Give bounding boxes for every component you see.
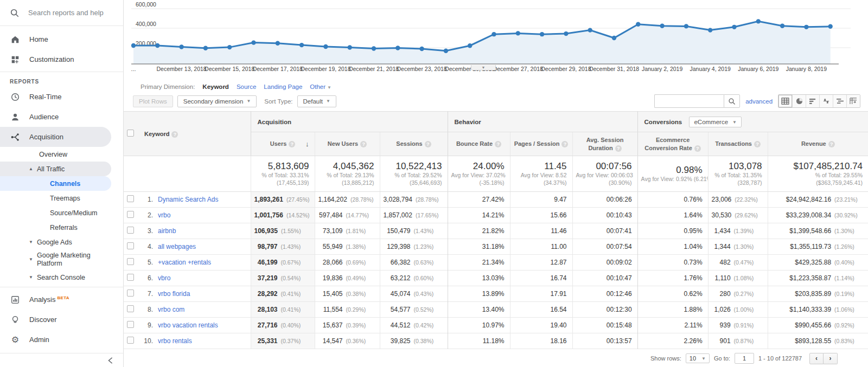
- term-cloud-view-icon[interactable]: [833, 95, 846, 107]
- help-icon[interactable]: ?: [171, 131, 178, 138]
- conversions-goal-dropdown[interactable]: eCommerce▼: [689, 117, 742, 127]
- help-icon[interactable]: ?: [828, 141, 835, 147]
- keyword-link[interactable]: Dynamic Search Ads: [158, 196, 218, 203]
- help-icon[interactable]: ?: [289, 141, 295, 147]
- show-rows-select[interactable]: 10▼: [686, 353, 710, 363]
- chart-point[interactable]: [636, 22, 640, 27]
- annotations-toggle[interactable]: ▼: [471, 65, 496, 70]
- dimension-landing-page[interactable]: Landing Page: [264, 83, 302, 90]
- sidebar-collapse-button[interactable]: [0, 353, 123, 367]
- next-page-button[interactable]: ›: [824, 353, 838, 364]
- comparison-view-icon[interactable]: [819, 95, 833, 107]
- keyword-link[interactable]: all webpages: [158, 243, 196, 250]
- column-header-avg-duration[interactable]: Avg. Session Duration?: [572, 132, 637, 156]
- sidebar-item-google-ads[interactable]: ▼ Google Ads: [0, 235, 123, 249]
- chart-point[interactable]: [516, 31, 520, 35]
- help-icon[interactable]: ?: [694, 145, 701, 152]
- chart-point[interactable]: [251, 40, 256, 44]
- row-checkbox[interactable]: [127, 274, 134, 281]
- chart-point[interactable]: [756, 19, 761, 23]
- sidebar-search[interactable]: Search reports and help: [0, 0, 123, 26]
- chart-point[interactable]: [588, 28, 592, 32]
- help-icon[interactable]: ?: [615, 145, 622, 152]
- row-checkbox[interactable]: [127, 227, 134, 234]
- sidebar-item-overview[interactable]: Overview: [0, 147, 123, 162]
- help-icon[interactable]: ?: [360, 141, 367, 147]
- chart-point[interactable]: [227, 45, 232, 49]
- sidebar-item-audience[interactable]: Audience: [0, 107, 123, 127]
- chart-point[interactable]: [419, 47, 424, 51]
- chart-point[interactable]: [203, 46, 208, 50]
- advanced-link[interactable]: advanced: [745, 98, 773, 105]
- table-search-input[interactable]: [654, 94, 724, 108]
- sidebar-item-discover[interactable]: Discover: [0, 310, 123, 330]
- chart-point[interactable]: [684, 24, 688, 28]
- keyword-link[interactable]: vbro: [158, 274, 170, 282]
- sidebar-item-search-console[interactable]: ▼ Search Console: [0, 270, 123, 285]
- column-header-pages-session[interactable]: Pages / Session?: [510, 132, 572, 156]
- chart-point[interactable]: [804, 25, 808, 29]
- column-header-bounce-rate[interactable]: Bounce Rate?: [448, 132, 510, 156]
- row-checkbox[interactable]: [127, 242, 134, 249]
- chart-point[interactable]: [155, 43, 159, 48]
- pivot-view-icon[interactable]: [846, 95, 860, 107]
- chart-point[interactable]: [323, 44, 328, 49]
- plot-rows-button[interactable]: Plot Rows: [133, 95, 173, 107]
- chart-point[interactable]: [708, 28, 712, 32]
- sidebar-item-real-time[interactable]: Real-Time: [0, 87, 123, 107]
- chart-point[interactable]: [564, 31, 568, 36]
- row-checkbox[interactable]: [127, 258, 134, 265]
- chart-point[interactable]: [299, 43, 304, 47]
- row-checkbox[interactable]: [127, 321, 134, 328]
- keyword-link[interactable]: airbnb: [158, 227, 176, 235]
- row-checkbox[interactable]: [127, 195, 134, 202]
- chart-point[interactable]: [444, 49, 448, 53]
- table-view-icon[interactable]: [778, 95, 792, 107]
- help-icon[interactable]: ?: [754, 141, 761, 147]
- sidebar-item-channels[interactable]: Channels: [0, 176, 111, 191]
- chart-point[interactable]: [660, 23, 664, 28]
- help-icon[interactable]: ?: [495, 141, 501, 147]
- percentage-view-icon[interactable]: [792, 95, 806, 107]
- row-checkbox[interactable]: [127, 337, 134, 344]
- row-checkbox[interactable]: [127, 211, 134, 218]
- column-header-new-users[interactable]: New Users?: [315, 132, 380, 156]
- chart-point[interactable]: [372, 46, 376, 50]
- performance-view-icon[interactable]: [806, 95, 819, 107]
- keyword-link[interactable]: vrbo vacation rentals: [158, 321, 218, 329]
- sidebar-item-google-marketing-platform[interactable]: ▼ Google Marketing Platform: [0, 249, 123, 270]
- row-checkbox[interactable]: [127, 305, 134, 312]
- sort-type-dropdown[interactable]: Default▼: [297, 95, 336, 107]
- table-search-button[interactable]: [724, 94, 740, 108]
- sidebar-item-acquisition[interactable]: Acquisition: [0, 127, 111, 147]
- sort-descending-icon[interactable]: ↓: [305, 139, 309, 149]
- chart-point[interactable]: [348, 45, 352, 49]
- dimension-other[interactable]: Other▼: [310, 83, 331, 90]
- sidebar-item-referrals[interactable]: Referrals: [0, 220, 123, 235]
- chart-point[interactable]: [828, 24, 833, 29]
- sidebar-item-all-traffic[interactable]: ▲ All Traffic: [0, 162, 111, 176]
- sidebar-item-admin[interactable]: ⚙ Admin: [0, 330, 123, 350]
- help-icon[interactable]: ?: [425, 141, 431, 147]
- previous-page-button[interactable]: ‹: [809, 353, 824, 364]
- help-icon[interactable]: ?: [561, 141, 568, 147]
- sidebar-item-analysis[interactable]: AnalysisBETA: [0, 289, 123, 310]
- keyword-link[interactable]: vrbo florida: [158, 290, 190, 298]
- chart-point[interactable]: [468, 43, 472, 48]
- keyword-link[interactable]: vrbo com: [158, 306, 184, 313]
- dimension-source[interactable]: Source: [237, 83, 256, 90]
- secondary-dimension-button[interactable]: Secondary dimension▼: [177, 95, 257, 107]
- chart-point[interactable]: [540, 32, 544, 36]
- chart-point[interactable]: [276, 41, 280, 46]
- sidebar-item-source-medium[interactable]: Source/Medium: [0, 205, 123, 220]
- keyword-link[interactable]: vrbo rentals: [158, 337, 192, 345]
- column-header-users[interactable]: Users?↓: [251, 132, 315, 156]
- keyword-link[interactable]: +vacation +rentals: [158, 259, 211, 266]
- row-checkbox[interactable]: [127, 289, 134, 297]
- column-header-sessions[interactable]: Sessions?: [380, 132, 448, 156]
- dimension-keyword[interactable]: Keyword: [202, 83, 229, 90]
- select-all-checkbox[interactable]: [127, 130, 134, 137]
- chart-point[interactable]: [395, 46, 400, 50]
- column-header-revenue[interactable]: Revenue?: [768, 132, 868, 156]
- column-header-transactions[interactable]: Transactions?: [708, 132, 768, 156]
